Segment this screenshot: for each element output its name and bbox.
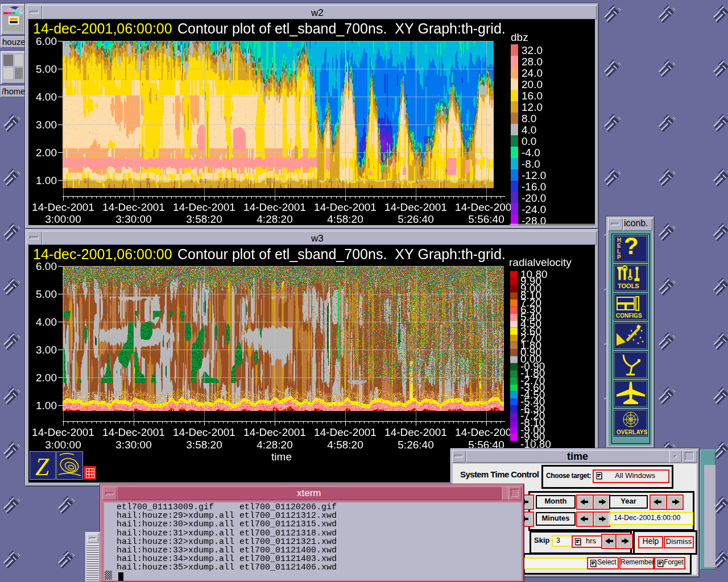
svg-text:CONFIGS: CONFIGS [616,313,642,319]
svg-text:TOOLS: TOOLS [618,282,639,289]
svg-text:OVERLAYS: OVERLAYS [617,429,647,435]
